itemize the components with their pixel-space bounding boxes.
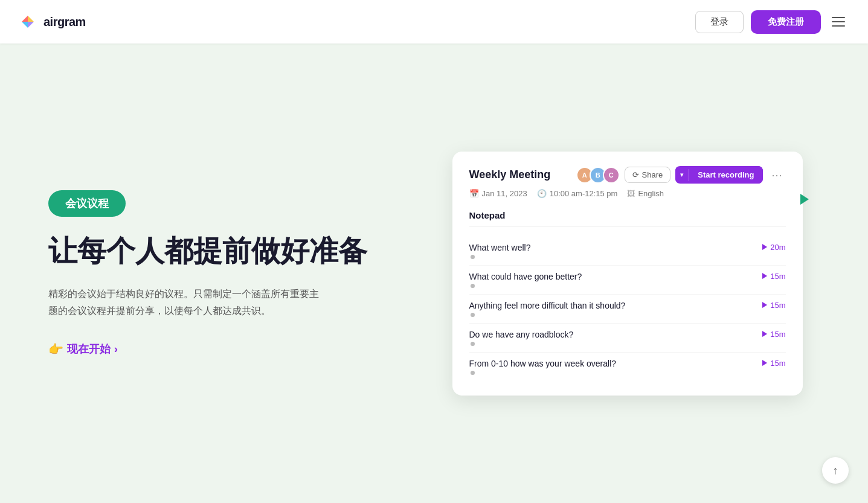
main-section: 会议议程 让每个人都提前做好准备 精彩的会议始于结构良好的议程。只需制定一个涵盖…: [0, 43, 868, 503]
cursor-icon: [800, 194, 809, 205]
card-header: Weekly Meeting A B C ⟳ Share ▾ Start re: [469, 166, 786, 184]
meeting-date: Jan 11, 2023: [482, 189, 527, 198]
hero-left: 会议议程 让每个人都提前做好准备 精彩的会议始于结构良好的议程。只需制定一个涵盖…: [48, 190, 387, 356]
share-label: Share: [642, 170, 663, 179]
agenda-duration: 15m: [770, 272, 785, 281]
meta-language: 🖼 English: [627, 189, 664, 198]
hero-description: 精彩的会议始于结构良好的议程。只需制定一个涵盖所有重要主题的会议议程并提前分享，…: [48, 286, 326, 321]
agenda-item: What went well? 20m: [469, 237, 786, 266]
menu-line-1: [832, 17, 845, 18]
agenda-duration: 15m: [770, 330, 785, 339]
agenda-item: Anything feel more difficult than it sho…: [469, 295, 786, 324]
logo[interactable]: airgram: [19, 12, 86, 31]
agenda-time: 15m: [762, 330, 785, 339]
agenda-item-left: What went well?: [469, 243, 531, 259]
agenda-time: 15m: [762, 359, 785, 368]
agenda-dot: [471, 371, 475, 375]
share-icon: ⟳: [632, 170, 639, 179]
agenda-time: 15m: [762, 272, 785, 281]
header-actions: 登录 免费注册: [695, 10, 849, 34]
play-icon: [762, 302, 767, 308]
agenda-item-left: From 0-10 how was your week overall?: [469, 359, 617, 375]
notepad-label: Notepad: [469, 210, 786, 227]
register-button[interactable]: 免费注册: [751, 10, 821, 34]
agenda-duration: 15m: [770, 359, 785, 368]
hero-title: 让每个人都提前做好准备: [48, 234, 387, 269]
agenda-duration: 20m: [770, 243, 785, 252]
hero-right: Weekly Meeting A B C ⟳ Share ▾ Start re: [435, 152, 820, 396]
menu-line-2: [832, 21, 845, 22]
agenda-item: From 0-10 how was your week overall? 15m: [469, 353, 786, 381]
menu-line-3: [832, 25, 845, 27]
cta-text: 现在开始: [67, 342, 111, 356]
login-button[interactable]: 登录: [695, 11, 744, 33]
meeting-language: English: [638, 189, 664, 198]
svg-marker-3: [28, 22, 34, 28]
avatar-3: C: [603, 167, 620, 184]
record-dropdown-chevron[interactable]: ▾: [675, 167, 689, 183]
agenda-item-left: Anything feel more difficult than it sho…: [469, 301, 626, 317]
agenda-item-text: What could have gone better?: [469, 272, 582, 281]
menu-button[interactable]: [828, 13, 849, 30]
meeting-card: Weekly Meeting A B C ⟳ Share ▾ Start re: [452, 152, 803, 396]
avatars-group: A B C: [576, 167, 620, 184]
card-header-actions: A B C ⟳ Share ▾ Start recording ⋯: [576, 166, 786, 184]
svg-marker-1: [28, 16, 34, 22]
more-options-button[interactable]: ⋯: [768, 166, 786, 184]
clock-icon: 🕙: [537, 189, 547, 198]
meeting-title: Weekly Meeting: [469, 168, 551, 181]
scroll-to-top-button[interactable]: ↑: [822, 457, 849, 484]
agenda-list: What went well? 20m What could have gone…: [469, 237, 786, 381]
meeting-time: 10:00 am-12:15 pm: [550, 189, 618, 198]
record-button-group: ▾ Start recording: [675, 166, 762, 184]
agenda-time: 15m: [762, 301, 785, 310]
agenda-item: What could have gone better? 15m: [469, 266, 786, 295]
agenda-dot: [471, 342, 475, 346]
agenda-item-text: Anything feel more difficult than it sho…: [469, 301, 626, 310]
cta-chevron-icon: ›: [114, 343, 118, 356]
agenda-dot: [471, 255, 475, 259]
agenda-item-left: Do we have any roadblock?: [469, 330, 574, 346]
header: airgram 登录 免费注册: [0, 0, 868, 43]
calendar-icon: 📅: [469, 189, 479, 198]
logo-icon: [19, 12, 39, 31]
play-icon: [762, 331, 767, 337]
start-recording-button[interactable]: Start recording: [689, 166, 762, 184]
meta-date: 📅 Jan 11, 2023: [469, 189, 527, 198]
share-button[interactable]: ⟳ Share: [625, 167, 671, 183]
agenda-time: 20m: [762, 243, 785, 252]
agenda-item-text: What went well?: [469, 243, 531, 252]
play-icon: [762, 360, 767, 366]
image-icon: 🖼: [627, 189, 635, 198]
meta-time: 🕙 10:00 am-12:15 pm: [537, 189, 618, 198]
agenda-item-text: From 0-10 how was your week overall?: [469, 359, 617, 368]
hero-badge: 会议议程: [48, 190, 126, 217]
agenda-item: Do we have any roadblock? 15m: [469, 324, 786, 353]
cta-link[interactable]: 👉 现在开始 ›: [48, 342, 387, 356]
card-meta: 📅 Jan 11, 2023 🕙 10:00 am-12:15 pm 🖼 Eng…: [469, 189, 786, 198]
logo-wordmark: airgram: [43, 15, 86, 29]
play-icon: [762, 244, 767, 250]
cta-emoji: 👉: [48, 342, 63, 356]
svg-marker-2: [22, 22, 28, 28]
agenda-duration: 15m: [770, 301, 785, 310]
svg-marker-0: [22, 16, 28, 22]
agenda-item-left: What could have gone better?: [469, 272, 582, 288]
agenda-dot: [471, 313, 475, 317]
agenda-dot: [471, 284, 475, 288]
play-icon: [762, 273, 767, 279]
agenda-item-text: Do we have any roadblock?: [469, 330, 574, 339]
